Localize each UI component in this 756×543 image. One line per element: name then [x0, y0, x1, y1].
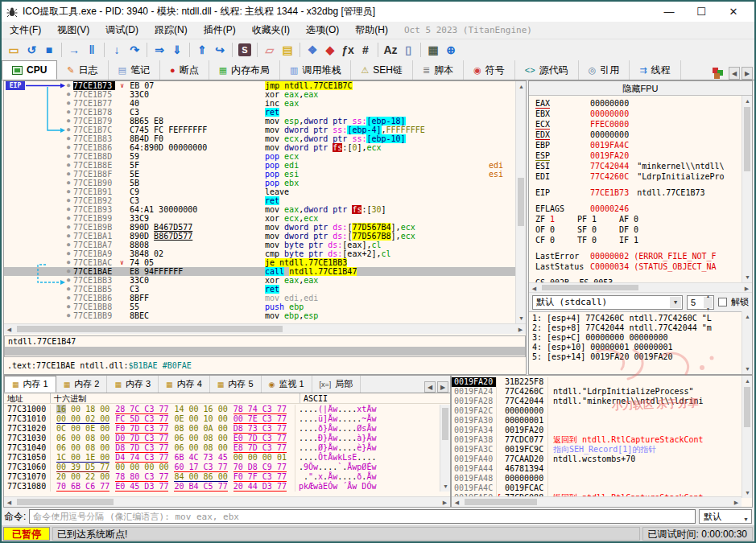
- flags-row[interactable]: OF 0SF 0DF 0: [535, 224, 742, 235]
- breakpoint-dot[interactable]: ●: [64, 187, 73, 196]
- calculator-button[interactable]: ▦: [424, 42, 442, 58]
- register-row-eip[interactable]: EIP77CE1B73ntdll.77CE1B73: [535, 187, 742, 198]
- tab-内存布局[interactable]: ▦内存布局: [209, 60, 280, 80]
- bookmark-button[interactable]: ◆: [321, 42, 339, 58]
- dump-vscrollbar[interactable]: ▼: [440, 405, 450, 492]
- register-row-lasterror[interactable]: LastError00000002 (ERROR_FILE_NOT_F: [535, 251, 742, 261]
- stack-row[interactable]: 0019FA2C00000000: [452, 406, 742, 416]
- menu-item-D[interactable]: 调试(D): [97, 22, 147, 39]
- tab-脚本[interactable]: ≣脚本: [413, 60, 464, 80]
- argument-row[interactable]: 3: [esp+C] 00000000 00000000: [532, 333, 752, 343]
- trace-into-button[interactable]: ⇒: [151, 42, 168, 58]
- tab-cpu[interactable]: CPU: [2, 60, 57, 80]
- argument-row[interactable]: 4: [esp+10] 00000001 00000001: [532, 343, 752, 352]
- internet-button[interactable]: ⊕: [442, 42, 460, 58]
- stack-vscrollbar[interactable]: ▲ ▼: [742, 376, 752, 498]
- breakpoint-dot[interactable]: ●: [64, 117, 73, 125]
- dump-tabs-scroll-right[interactable]: ▶: [437, 381, 448, 393]
- flag-zf[interactable]: ZF 1: [535, 214, 577, 224]
- breakpoint-dot[interactable]: ●: [64, 223, 73, 232]
- disasm-row[interactable]: ●77CE1BB98BECmov ebp,esp: [4, 311, 526, 320]
- menu-item-O[interactable]: 选项(O): [298, 22, 347, 39]
- register-row-ecx[interactable]: ECXFFEC0000: [535, 119, 742, 130]
- stack-hscrollbar[interactable]: ◀ ▶: [452, 496, 742, 507]
- dump-row[interactable]: 77C3107020 00 22 0078 80 C3 7784 00 86 0…: [4, 472, 440, 482]
- breakpoint-dot[interactable]: ●: [64, 99, 73, 108]
- register-row-ebx[interactable]: EBX00000000: [535, 109, 742, 119]
- tab-断点[interactable]: ●断点: [160, 60, 209, 80]
- menu-item-H[interactable]: 帮助(H): [347, 22, 396, 39]
- stack-row[interactable]: 0019FA3000000001: [452, 416, 742, 426]
- disasm-row[interactable]: ●77CE1BB855push ebp: [4, 302, 526, 311]
- disasm-row[interactable]: ●77CE1BA1890D B867D577mov dword ptr ds:[…: [4, 232, 526, 241]
- disasm-row[interactable]: ●77CE1B78C3ret: [4, 108, 526, 117]
- comment-button[interactable]: ▤: [279, 42, 296, 58]
- tab-源代码[interactable]: <>源代码: [515, 60, 579, 80]
- stack-row[interactable]: 0019FA4C0019FCAC: [452, 483, 742, 493]
- breakpoint-dot[interactable]: ●: [64, 214, 73, 223]
- dump-tab-内存1[interactable]: ▦内存 1: [4, 376, 56, 393]
- breakpoint-dot[interactable]: ●: [64, 179, 73, 187]
- dump-tab-内存4[interactable]: ▦内存 4: [159, 376, 210, 393]
- step-over-button[interactable]: ↷: [126, 42, 143, 58]
- step-into-button[interactable]: ↓: [108, 42, 126, 58]
- tab-seh链[interactable]: ⚠SEH链: [351, 60, 413, 80]
- breakpoint-dot[interactable]: ●: [64, 170, 73, 179]
- dump-row[interactable]: 77C3101000 00 02 00FC 5D C3 770E 00 10 0…: [4, 414, 440, 424]
- menu-item-N[interactable]: 跟踪(N): [147, 22, 196, 39]
- device-button[interactable]: ▯: [399, 42, 417, 58]
- menu-item-P[interactable]: 插件(P): [196, 22, 244, 39]
- tab-引用[interactable]: ◎引用: [579, 60, 630, 80]
- flag-tf[interactable]: TF 0: [577, 235, 619, 245]
- breakpoint-dot[interactable]: ●: [64, 276, 73, 285]
- registers-vscrollbar[interactable]: ▲ ▼: [742, 96, 752, 282]
- breakpoint-dot[interactable]: ●: [64, 285, 73, 294]
- close-button[interactable]: ✕: [717, 6, 750, 18]
- disasm-row[interactable]: ●77CE1BA78808mov byte ptr ds:[eax],cl: [4, 241, 526, 249]
- dump-tab-监视1[interactable]: ◉监视 1: [262, 376, 312, 393]
- hide-fpu-button[interactable]: 隐藏FPU: [529, 81, 752, 96]
- flag-pf[interactable]: PF 1: [577, 214, 619, 224]
- stop-button[interactable]: ■: [40, 42, 58, 58]
- register-row-eax[interactable]: EAX00000000: [535, 98, 742, 109]
- dump-row[interactable]: 77C3108070 6B C6 77E0 45 D3 7720 B4 C5 7…: [4, 482, 440, 492]
- scylla-button[interactable]: S: [236, 42, 254, 58]
- disasm-row[interactable]: ●77CE1B8D59pop ecx: [4, 152, 526, 161]
- register-row-laststatus[interactable]: LastStatusC0000034 (STATUS_OBJECT_NA: [535, 261, 742, 272]
- breakpoint-dot[interactable]: ●: [64, 108, 73, 117]
- run-to-user-code-button[interactable]: ↪: [211, 42, 229, 58]
- flags-row[interactable]: CF 0TF 0IF 1: [535, 235, 742, 245]
- register-row-eflags[interactable]: EFLAGS00000246: [535, 204, 742, 214]
- breakpoint-dot[interactable]: ●: [64, 81, 73, 90]
- disasm-row[interactable]: ●77CE1B7533C0xor eax,eax: [4, 90, 526, 99]
- stepper-arrows-icon[interactable]: ▲▼: [704, 297, 713, 308]
- assemble-button[interactable]: Az: [382, 42, 399, 58]
- open-file-button[interactable]: ▭: [5, 42, 23, 58]
- dump-tab-内存5[interactable]: ▦内存 5: [210, 376, 262, 393]
- disasm-row[interactable]: ●77CE1B7CC745 FC FEFFFFFFmov dword ptr s…: [4, 125, 526, 134]
- execute-till-return-button[interactable]: ⇑: [193, 42, 211, 58]
- disasm-row[interactable]: ●77CE1BAC∨74 05je ntdll.77CE1BB3: [4, 258, 526, 267]
- breakpoint-dot[interactable]: ●: [64, 143, 73, 152]
- run-button[interactable]: →: [65, 42, 83, 58]
- arg-depth-stepper[interactable]: 5 ▲▼: [687, 295, 714, 310]
- flag-af[interactable]: AF 0: [619, 214, 661, 224]
- convention-select[interactable]: 默认 (stdcall) ▼: [532, 295, 683, 310]
- disasm-row[interactable]: ●77CE1B905Bpop ebx: [4, 179, 526, 187]
- breakpoint-dot[interactable]: ●: [64, 258, 73, 267]
- breakpoint-dot[interactable]: ●: [64, 196, 73, 205]
- stack-row[interactable]: 0019FA4800000000: [452, 474, 742, 483]
- chevron-down-icon[interactable]: ▼: [743, 513, 749, 526]
- dump-tab-局部[interactable]: [x=]局部: [312, 376, 361, 393]
- label-button[interactable]: ❖: [304, 42, 321, 58]
- flag-df[interactable]: DF 0: [619, 224, 661, 235]
- breakpoint-dot[interactable]: ●: [64, 161, 73, 170]
- command-input[interactable]: [29, 509, 696, 524]
- dump-row[interactable]: 77C3106000 39 D5 7700 00 00 0060 17 C3 7…: [4, 463, 440, 472]
- chevron-down-icon[interactable]: ▼: [670, 297, 681, 308]
- patches-button[interactable]: ▱: [261, 42, 279, 58]
- menu-item-I[interactable]: 收藏夹(I): [244, 22, 298, 39]
- register-row-edi[interactable]: EDI77C4260C"LdrpInitializePro: [535, 171, 742, 182]
- breakpoint-dot[interactable]: ●: [64, 294, 73, 302]
- tab-笔记[interactable]: ▤笔记: [109, 60, 160, 80]
